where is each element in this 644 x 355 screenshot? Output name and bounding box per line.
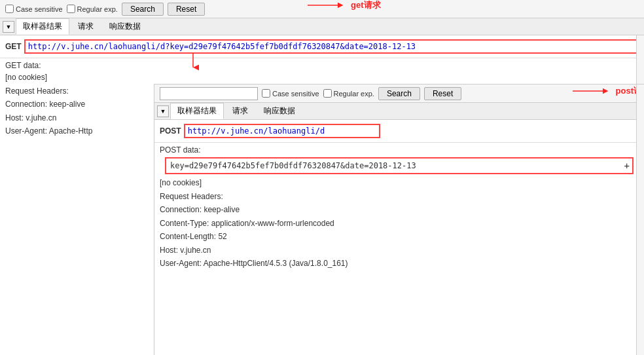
post-content: POST data: key=d29e79f47642b5fef7b0dfdf7… <box>154 143 644 272</box>
post-dropdown[interactable]: ▼ <box>157 105 169 117</box>
post-header-3: Host: v.juhe.cn <box>160 244 639 257</box>
post-data-label: POST data: <box>160 145 639 155</box>
case-sensitive-label[interactable]: Case sensitive <box>5 5 63 13</box>
get-reset-button[interactable]: Reset <box>168 3 205 16</box>
post-tab-sampler[interactable]: 取样器结果 <box>170 103 224 119</box>
post-req-headers-label: Request Headers: <box>160 190 639 203</box>
case-sensitive-checkbox[interactable] <box>5 5 14 13</box>
get-dropdown[interactable]: ▼ <box>3 21 14 33</box>
post-case-sensitive-checkbox[interactable] <box>262 89 270 98</box>
get-panel: ▼ 取样器结果 请求 响应数据 GET http://v.juhe.cn/lao… <box>0 18 644 355</box>
get-annotation: get请求 <box>308 0 381 12</box>
post-search-button[interactable]: Search <box>378 87 420 100</box>
post-tab-request[interactable]: 请求 <box>225 103 255 119</box>
regex-checkbox[interactable] <box>67 5 75 13</box>
regex-label[interactable]: Regular exp. <box>67 5 118 13</box>
get-url-section: GET http://v.juhe.cn/laohuangli/d?key=d2… <box>0 35 644 58</box>
post-case-sensitive-label[interactable]: Case sensitive <box>262 89 319 98</box>
post-header-1: Content-Type: application/x-www-form-url… <box>160 217 639 230</box>
post-no-cookies: [no cookies] <box>160 178 639 187</box>
main-container: Case sensitive Regular exp. Search Reset… <box>0 0 644 355</box>
post-req-headers: Request Headers: Connection: keep-alive … <box>160 190 639 270</box>
get-tab-request[interactable]: 请求 <box>71 18 101 35</box>
post-regex-label[interactable]: Regular exp. <box>323 89 374 98</box>
post-reset-button[interactable]: Reset <box>424 87 461 100</box>
cursor-indicator: + <box>624 160 630 171</box>
get-no-cookies: [no cookies] <box>5 73 639 82</box>
get-url-box: http://v.juhe.cn/laohuangli/d?key=d29e79… <box>24 39 639 54</box>
post-header-0: Connection: keep-alive <box>160 203 639 216</box>
post-tab-response[interactable]: 响应数据 <box>257 103 302 119</box>
get-toolbar: Case sensitive Regular exp. Search Reset… <box>0 0 644 18</box>
post-url-section: POST http://v.juhe.cn/laohuangli/d <box>154 120 644 143</box>
get-tabs-row: ▼ 取样器结果 请求 响应数据 <box>0 18 644 35</box>
get-data-section: GET data: <box>5 61 639 70</box>
post-url-box: http://v.juhe.cn/laohuangli/d <box>184 124 380 138</box>
post-method-label: POST <box>160 126 181 136</box>
post-header-4: User-Agent: Apache-HttpClient/4.5.3 (Jav… <box>160 257 639 270</box>
post-data-box: key=d29e79f47642b5fef7b0dfdf76320847&dat… <box>165 157 634 174</box>
post-regex-checkbox[interactable] <box>323 89 332 98</box>
get-data-label: GET data: <box>5 61 639 70</box>
post-panel-wrapper: Case sensitive Regular exp. Search Reset <box>154 84 644 355</box>
post-data-value: key=d29e79f47642b5fef7b0dfdf76320847&dat… <box>170 161 416 170</box>
post-header-2: Content-Length: 52 <box>160 230 639 243</box>
get-tab-response[interactable]: 响应数据 <box>102 18 148 35</box>
post-scrollbar[interactable] <box>636 84 644 355</box>
post-annotation: post请求 <box>573 84 644 98</box>
get-tab-sampler[interactable]: 取样器结果 <box>16 18 69 35</box>
post-toolbar: Case sensitive Regular exp. Search Reset <box>154 84 644 103</box>
get-search-button[interactable]: Search <box>122 3 164 16</box>
get-method-label: GET <box>5 42 22 51</box>
post-tabs-row: ▼ 取样器结果 请求 响应数据 <box>154 103 644 120</box>
post-search-input[interactable] <box>160 87 258 100</box>
